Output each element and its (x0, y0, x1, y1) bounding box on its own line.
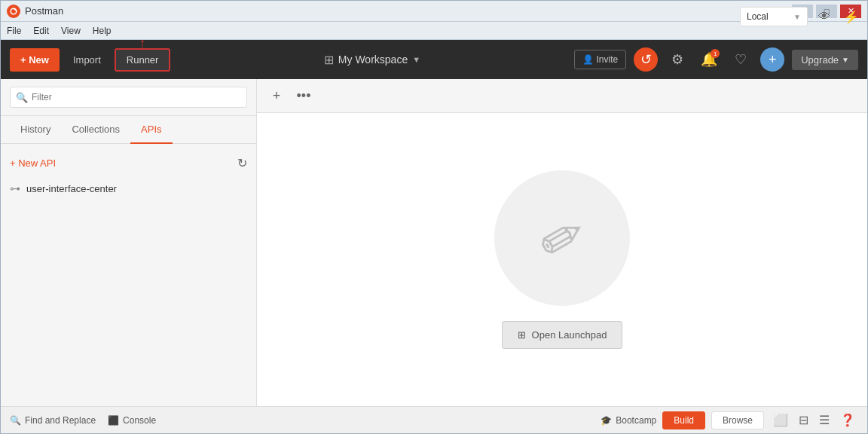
search-icon: 🔍 (16, 92, 28, 103)
build-button[interactable]: Build (662, 411, 705, 429)
import-button[interactable]: Import (66, 50, 108, 70)
layout2-icon[interactable]: ⊟ (796, 411, 811, 429)
workspace-icon: ⊞ (324, 53, 334, 67)
workspace-label: My Workspace (338, 53, 408, 66)
more-options-button[interactable]: ••• (293, 85, 314, 106)
runner-arrow-icon: ↑ (139, 36, 146, 50)
sidebar-tabs: History Collections APIs (1, 116, 256, 144)
sync-button[interactable]: ↺ (634, 47, 658, 72)
help-icon[interactable]: ❓ (837, 411, 858, 429)
app-logo (7, 5, 20, 18)
browse-button[interactable]: Browse (711, 411, 764, 429)
add-button[interactable]: + (760, 47, 784, 72)
notifications-button[interactable]: 🔔 1 (697, 47, 721, 72)
console-icon: ⬛ (108, 415, 119, 426)
app-window: Postman — □ ✕ File Edit View Help + New … (0, 0, 868, 434)
workspace-chevron-icon: ▼ (412, 55, 420, 64)
filter-input[interactable] (10, 87, 247, 108)
tab-history[interactable]: History (10, 116, 61, 144)
title-bar-left: Postman (7, 5, 63, 18)
upgrade-chevron-icon: ▼ (842, 56, 849, 64)
layout3-icon[interactable]: ☰ (816, 411, 833, 429)
filter-wrap: 🔍 (10, 87, 247, 108)
toolbar-right: 👤 Invite ↺ ⚙ 🔔 1 ♡ + Upgrade ▼ (574, 47, 858, 72)
content-area: + ••• Local ▼ 👁 ⚡ ✏ (257, 79, 867, 406)
content-main: ✏ ⊞ Open Launchpad (257, 113, 867, 406)
settings-icon-button[interactable]: ⚙ (665, 47, 689, 72)
layout1-icon[interactable]: ⬜ (770, 411, 791, 429)
bootcamp-icon: 🎓 (601, 415, 612, 426)
sidebar-content: + New API ↻ ⊶ user-interface-center (1, 144, 256, 406)
menu-view[interactable]: View (61, 26, 81, 36)
toolbar: + New Import ↑ Runner ⊞ My Workspace ▼ 👤… (1, 40, 867, 79)
main-area: 🔍 History Collections APIs + New API ↻ ⊶… (1, 79, 867, 406)
workspace-switcher[interactable]: ⊞ My Workspace ▼ (324, 53, 420, 67)
sidebar-filter: 🔍 (1, 79, 256, 116)
refresh-button[interactable]: ↻ (237, 156, 247, 170)
empty-state-illustration: ✏ (494, 170, 630, 306)
footer-left: 🔍 Find and Replace ⬛ Console (10, 415, 156, 426)
empty-state: ✏ ⊞ Open Launchpad (494, 170, 630, 349)
pencil-icon: ✏ (527, 200, 598, 277)
footer-right: 🎓 Bootcamp Build Browse ⬜ ⊟ ☰ ❓ (601, 411, 858, 429)
list-item[interactable]: ⊶ user-interface-center (1, 176, 256, 200)
content-toolbar: + ••• Local ▼ 👁 ⚡ (257, 79, 867, 113)
bootcamp-item[interactable]: 🎓 Bootcamp (601, 415, 656, 426)
menu-edit[interactable]: Edit (33, 26, 49, 36)
launchpad-icon: ⊞ (518, 329, 526, 341)
heart-button[interactable]: ♡ (729, 47, 753, 72)
tab-collections[interactable]: Collections (61, 116, 130, 144)
open-launchpad-button[interactable]: ⊞ Open Launchpad (502, 321, 623, 349)
upgrade-button[interactable]: Upgrade ▼ (792, 50, 858, 70)
find-replace-item[interactable]: 🔍 Find and Replace (10, 415, 96, 426)
new-api-button[interactable]: + New API (10, 157, 56, 169)
footer: 🔍 Find and Replace ⬛ Console 🎓 Bootcamp … (1, 406, 867, 433)
console-item[interactable]: ⬛ Console (108, 415, 156, 426)
tab-apis[interactable]: APIs (130, 116, 172, 144)
svg-point-0 (11, 8, 17, 14)
api-item-name: user-interface-center (26, 183, 117, 194)
add-tab-button[interactable]: + (266, 85, 287, 106)
footer-icons: ⬜ ⊟ ☰ ❓ (770, 411, 858, 429)
api-item-icon: ⊶ (10, 182, 20, 194)
invite-icon: 👤 (582, 54, 594, 65)
menu-file[interactable]: File (7, 26, 21, 36)
menu-bar: File Edit View Help (1, 22, 867, 40)
new-button[interactable]: + New (10, 48, 60, 72)
runner-button[interactable]: ↑ Runner (115, 48, 171, 72)
search-footer-icon: 🔍 (10, 415, 21, 426)
sidebar: 🔍 History Collections APIs + New API ↻ ⊶… (1, 79, 257, 406)
invite-button[interactable]: 👤 Invite (574, 50, 627, 69)
title-bar: Postman — □ ✕ (1, 1, 867, 22)
app-title: Postman (25, 5, 63, 17)
menu-help[interactable]: Help (93, 26, 112, 36)
sidebar-actions: + New API ↻ (1, 150, 256, 176)
